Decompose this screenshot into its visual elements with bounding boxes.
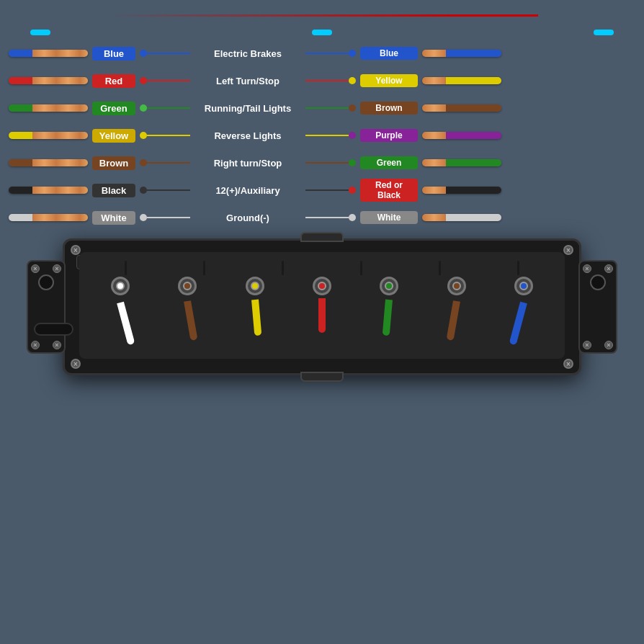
- divider: [360, 261, 362, 275]
- divider: [517, 261, 519, 275]
- white-stud: [111, 277, 130, 295]
- yellow-stud: [246, 277, 264, 295]
- wire: [184, 300, 197, 341]
- divider-row: [86, 261, 558, 275]
- wiring-diagram: BlueElectric BrakesBlueRedLeft Turn/Stop…: [9, 40, 635, 231]
- wiring-row: WhiteGround(-)White: [9, 204, 635, 231]
- func-dot-left: [140, 77, 147, 84]
- func-dot-left: [140, 104, 147, 112]
- func-line-right: [305, 189, 349, 191]
- screw-rt-tr: ×: [604, 264, 613, 273]
- box-screw-bl: ×: [71, 359, 81, 369]
- trailer-wiring-header: [594, 30, 614, 35]
- wire: [509, 302, 527, 346]
- wire: [446, 300, 460, 341]
- red-stud: [313, 277, 331, 295]
- junction-box: × × × ×: [63, 238, 581, 375]
- cable-entry-left: [34, 323, 73, 336]
- wiring-row: RedLeft Turn/StopYellow: [9, 67, 635, 94]
- brown2-stud: [447, 277, 466, 295]
- wire: [318, 298, 326, 333]
- divider: [282, 261, 284, 275]
- func-label: Ground(-): [190, 213, 305, 223]
- box-top-tab: [300, 232, 344, 242]
- rv-cable: [9, 77, 88, 84]
- rv-label: White: [92, 211, 135, 225]
- func-line-left: [147, 162, 190, 164]
- mount-ear-right: × × × ×: [578, 260, 617, 354]
- func-dot-left: [140, 187, 147, 194]
- func-line-left: [147, 80, 190, 81]
- rv-label: Blue: [92, 47, 135, 61]
- box-screw-br: ×: [563, 359, 573, 369]
- trailer-label: Purple: [360, 129, 418, 142]
- trailer-label: Yellow: [360, 74, 418, 87]
- blue-stud: [514, 277, 533, 295]
- trailer-cable: [422, 159, 501, 166]
- green-stud: [380, 277, 398, 295]
- mount-hole-left: [38, 274, 54, 290]
- brown-stud: [178, 277, 197, 295]
- wiring-row: BrownRight turn/StopGreen: [9, 149, 635, 176]
- func-line-left: [147, 189, 190, 191]
- divider: [203, 261, 205, 275]
- wiring-row: Black12(+)/AuxiliaryRed or Black: [9, 176, 635, 204]
- func-label: Reverse Lights: [190, 130, 305, 141]
- func-label: Running/Tail Lights: [190, 103, 305, 114]
- screw-br: ×: [53, 341, 61, 349]
- rv-cable: [9, 104, 88, 112]
- func-label: Electric Brakes: [190, 48, 305, 59]
- stud-inner: [452, 282, 461, 290]
- screw-tr: ×: [53, 264, 61, 273]
- wire: [251, 300, 261, 336]
- func-dot-right: [349, 104, 356, 112]
- rv-cable: [9, 132, 88, 139]
- func-dot-right: [349, 50, 356, 57]
- func-label: 12(+)/Auxiliary: [190, 185, 305, 196]
- func-dot-right: [349, 187, 356, 194]
- stud-inner: [519, 282, 528, 290]
- trailer-cable: [422, 77, 501, 84]
- stud-inner: [116, 282, 125, 290]
- junction-box-section: × × × × × × × × × × × ×: [9, 238, 635, 375]
- rv-label: Black: [92, 184, 135, 197]
- func-label: Left Turn/Stop: [190, 76, 305, 86]
- rv-cable: [9, 214, 88, 221]
- rv-label: Green: [92, 102, 135, 115]
- func-dot-left: [140, 132, 147, 139]
- trailer-cable: [422, 104, 501, 112]
- trailer-label: Brown: [360, 102, 418, 115]
- decorative-line: [106, 14, 538, 17]
- rv-wiring-header: [30, 30, 50, 35]
- divider: [125, 261, 127, 275]
- box-inner: [79, 252, 565, 359]
- func-line-left: [147, 217, 190, 218]
- trailer-cable: [422, 187, 501, 194]
- func-line-right: [305, 107, 349, 109]
- wiring-row: YellowReverse LightsPurple: [9, 122, 635, 149]
- func-line-left: [147, 135, 190, 136]
- func-dot-right: [349, 214, 356, 221]
- func-dot-right: [349, 159, 356, 166]
- screw-bl: ×: [31, 341, 40, 349]
- func-dot-left: [140, 159, 147, 166]
- func-line-left: [147, 53, 190, 54]
- mount-ear-left: × × × ×: [27, 260, 66, 354]
- box-screw-tl: ×: [71, 245, 81, 255]
- box-bottom-tab: [300, 372, 344, 382]
- trailer-cable: [422, 214, 501, 221]
- wire: [117, 302, 135, 346]
- screw-rt-bl: ×: [583, 341, 591, 349]
- wires-row: [86, 295, 558, 353]
- trailer-cable: [422, 132, 501, 139]
- func-label: Right turn/Stop: [190, 158, 305, 169]
- wire: [383, 300, 393, 336]
- func-dot-right: [349, 77, 356, 84]
- trailer-cable: [422, 50, 501, 57]
- rv-label: Yellow: [92, 129, 135, 143]
- screw-rt-br: ×: [604, 341, 613, 349]
- func-line-right: [305, 162, 349, 164]
- trailer-label: Blue: [360, 47, 418, 60]
- divider: [439, 261, 441, 275]
- trailer-label: Green: [360, 156, 418, 169]
